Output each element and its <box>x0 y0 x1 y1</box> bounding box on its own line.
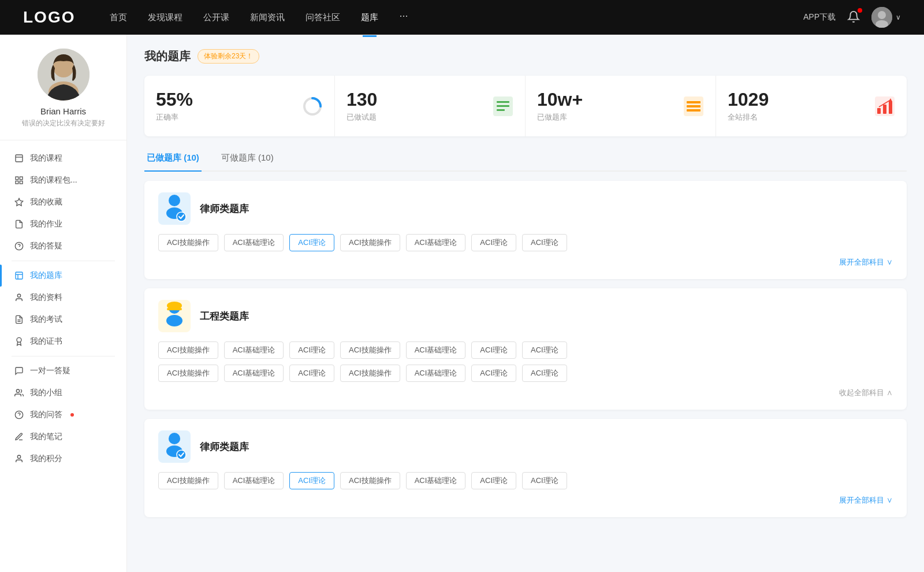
nav-open-course[interactable]: 公开课 <box>203 10 229 25</box>
tag[interactable]: ACI理论 <box>522 234 567 251</box>
sidebar-item-my-group[interactable]: 我的小组 <box>0 382 126 404</box>
main-content: 我的题库 体验剩余23天！ 55% 正确率 <box>127 35 924 572</box>
tag[interactable]: ACI基础理论 <box>406 234 466 251</box>
qbank-icon-3 <box>158 430 191 463</box>
sidebar-item-my-certs[interactable]: 我的证书 <box>0 330 126 352</box>
user-dropdown-chevron[interactable]: ∨ <box>896 13 901 21</box>
done-banks-icon <box>683 96 704 117</box>
accuracy-chart-icon <box>302 96 323 117</box>
stat-done-banks-text: 10w+ 已做题库 <box>537 90 676 122</box>
sidebar-item-my-homework[interactable]: 我的作业 <box>0 213 126 235</box>
my-packages-icon <box>14 175 24 185</box>
tag[interactable]: ACI理论 <box>289 341 334 359</box>
tag[interactable]: ACI基础理论 <box>224 341 284 359</box>
sidebar-item-my-questions[interactable]: 我的答疑 <box>0 235 126 257</box>
tag[interactable]: ACI技能操作 <box>158 365 218 382</box>
nav-news[interactable]: 新闻资讯 <box>250 10 285 25</box>
sidebar-label-my-notes: 我的笔记 <box>30 432 62 442</box>
tag[interactable]: ACI技能操作 <box>340 234 400 251</box>
stat-rank-label: 全站排名 <box>728 112 867 122</box>
qbank-icon-2 <box>158 300 191 332</box>
svg-rect-31 <box>497 109 505 111</box>
sidebar-item-my-exams[interactable]: 我的考试 <box>0 309 126 330</box>
page-title: 我的题库 <box>144 49 191 64</box>
tag[interactable]: ACI技能操作 <box>340 365 400 382</box>
tag[interactable]: ACI技能操作 <box>158 234 218 251</box>
tag[interactable]: ACI基础理论 <box>224 472 284 489</box>
tag[interactable]: ACI理论 <box>471 472 516 489</box>
tag[interactable]: ACI理论 <box>471 341 516 359</box>
sidebar-item-my-notes[interactable]: 我的笔记 <box>0 426 126 448</box>
sidebar-item-my-points[interactable]: 我的积分 <box>0 448 126 470</box>
qbank-name-2: 工程类题库 <box>200 310 249 323</box>
tag[interactable]: ACI理论 <box>522 472 567 489</box>
tag[interactable]: ACI基础理论 <box>224 234 284 251</box>
qbank-name-3: 律师类题库 <box>200 440 249 454</box>
tab-done[interactable]: 已做题库 (10) <box>144 148 202 170</box>
svg-point-45 <box>166 315 182 326</box>
tag[interactable]: ACI基础理论 <box>406 472 466 489</box>
tag[interactable]: ACI技能操作 <box>158 472 218 489</box>
tag-highlighted[interactable]: ACI理论 <box>289 472 334 489</box>
sidebar-item-my-favorites[interactable]: 我的收藏 <box>0 191 126 213</box>
app-download-link[interactable]: APP下载 <box>803 12 836 23</box>
tag[interactable]: ACI理论 <box>471 365 516 382</box>
sidebar-item-one-on-one[interactable]: 一对一答疑 <box>0 360 126 382</box>
tag[interactable]: ACI技能操作 <box>340 341 400 359</box>
expand-btn-3[interactable]: 展开全部科目 ∨ <box>158 495 893 506</box>
qbank-header-2: 工程类题库 <box>158 300 893 332</box>
qbank-icon-1 <box>158 192 191 225</box>
sidebar-label-my-info: 我的资料 <box>30 292 62 303</box>
sidebar-item-my-packages[interactable]: 我的课程包... <box>0 169 126 191</box>
sidebar-label-my-qbank: 我的题库 <box>30 270 62 281</box>
qbank-name-1: 律师类题库 <box>200 202 249 216</box>
qbank-tags-3: ACI技能操作 ACI基础理论 ACI理论 ACI技能操作 ACI基础理论 AC… <box>158 472 893 489</box>
stat-done-banks: 10w+ 已做题库 <box>526 76 716 136</box>
tag[interactable]: ACI技能操作 <box>340 472 400 489</box>
stat-done-questions-label: 已做试题 <box>346 112 486 122</box>
my-info-icon <box>14 292 24 303</box>
qbank-tags-2-row1: ACI技能操作 ACI基础理论 ACI理论 ACI技能操作 ACI基础理论 AC… <box>158 341 893 359</box>
nav-qbank[interactable]: 题库 <box>361 10 378 25</box>
stat-rank: 1029 全站排名 <box>716 76 907 136</box>
my-answers-icon <box>14 410 24 420</box>
svg-rect-9 <box>16 181 18 184</box>
collapse-btn-2[interactable]: 收起全部科目 ∧ <box>158 388 893 398</box>
tag-highlighted[interactable]: ACI理论 <box>289 234 334 251</box>
svg-rect-35 <box>687 109 701 112</box>
tag[interactable]: ACI基础理论 <box>406 341 466 359</box>
svg-rect-39 <box>889 101 892 114</box>
sidebar-item-my-answers[interactable]: 我的问答 <box>0 404 126 426</box>
user-avatar-menu[interactable]: ∨ <box>871 7 901 28</box>
stat-done-banks-label: 已做题库 <box>537 112 676 122</box>
sidebar-label-my-certs: 我的证书 <box>30 336 62 347</box>
stat-accuracy-label: 正确率 <box>156 112 295 122</box>
divider-2 <box>12 356 115 356</box>
tag[interactable]: ACI理论 <box>522 365 567 382</box>
nav-discover[interactable]: 发现课程 <box>148 10 182 25</box>
svg-marker-11 <box>15 198 23 206</box>
svg-point-20 <box>17 337 21 342</box>
tag[interactable]: ACI理论 <box>289 365 334 382</box>
stat-done-banks-number: 10w+ <box>537 90 676 110</box>
qbank-card-1: 律师类题库 ACI技能操作 ACI基础理论 ACI理论 ACI技能操作 ACI基… <box>144 181 907 279</box>
sidebar-item-my-qbank[interactable]: 我的题库 <box>0 265 126 287</box>
tag[interactable]: ACI理论 <box>471 234 516 251</box>
tag[interactable]: ACI技能操作 <box>158 341 218 359</box>
nav-home[interactable]: 首页 <box>110 10 127 25</box>
qbank-header-3: 律师类题库 <box>158 430 893 463</box>
tag[interactable]: ACI基础理论 <box>224 365 284 382</box>
rank-icon <box>874 96 895 117</box>
tag[interactable]: ACI理论 <box>522 341 567 359</box>
tag[interactable]: ACI基础理论 <box>406 365 466 382</box>
sidebar-item-my-info[interactable]: 我的资料 <box>0 287 126 309</box>
user-avatar <box>871 7 892 28</box>
expand-btn-1[interactable]: 展开全部科目 ∨ <box>158 257 893 268</box>
nav-qa[interactable]: 问答社区 <box>305 10 340 25</box>
notification-bell[interactable] <box>847 10 860 25</box>
svg-point-24 <box>17 455 20 458</box>
qbank-tags-1: ACI技能操作 ACI基础理论 ACI理论 ACI技能操作 ACI基础理论 AC… <box>158 234 893 251</box>
sidebar-item-my-courses[interactable]: 我的课程 <box>0 147 126 169</box>
tab-todo[interactable]: 可做题库 (10) <box>219 148 276 170</box>
nav-more[interactable]: ··· <box>399 10 408 25</box>
